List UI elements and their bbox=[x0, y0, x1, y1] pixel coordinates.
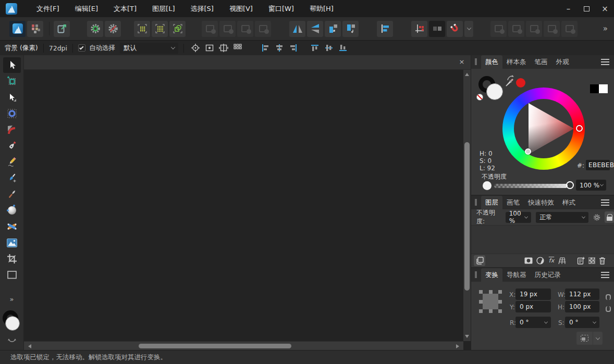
node-tool[interactable] bbox=[3, 90, 21, 105]
insert-behavior-toggle[interactable] bbox=[429, 21, 445, 37]
scroll-left-arrow-icon[interactable] bbox=[28, 344, 31, 348]
align-right-button[interactable] bbox=[287, 42, 300, 54]
point-transform-tool[interactable] bbox=[3, 106, 21, 121]
panel-menu-icon[interactable] bbox=[601, 272, 609, 278]
place-image-tool[interactable] bbox=[3, 235, 21, 250]
export-persona-button[interactable] bbox=[54, 21, 70, 37]
layer-options-button[interactable] bbox=[474, 255, 485, 266]
scroll-up-arrow-icon[interactable] bbox=[465, 73, 469, 76]
scroll-right-arrow-icon[interactable] bbox=[456, 344, 459, 348]
shear-dropdown[interactable]: 0 ° bbox=[565, 317, 599, 328]
layers-list[interactable] bbox=[471, 225, 614, 254]
move-tool[interactable] bbox=[3, 57, 21, 73]
h-field[interactable]: 100 px bbox=[565, 301, 599, 312]
canvas-viewport[interactable] bbox=[24, 70, 463, 341]
opacity-slider-start-knob[interactable] bbox=[483, 181, 492, 190]
pen-tool[interactable] bbox=[3, 138, 21, 154]
magnet-dropdown-button[interactable] bbox=[464, 21, 473, 37]
vertical-scrollbar[interactable] bbox=[463, 70, 471, 341]
horizontal-scroll-thumb[interactable] bbox=[139, 344, 291, 348]
fill-color-circle[interactable] bbox=[486, 83, 503, 100]
menu-edit[interactable]: 编辑[E] bbox=[67, 0, 106, 17]
opacity-slider-handle[interactable] bbox=[566, 181, 574, 189]
adjustment-layer-button[interactable] bbox=[534, 255, 546, 266]
pixel-persona-button[interactable] bbox=[27, 21, 43, 37]
flip-vertical-button[interactable] bbox=[307, 21, 323, 37]
sculpt-tool[interactable] bbox=[3, 186, 21, 202]
alignment-button[interactable] bbox=[377, 21, 393, 37]
designer-persona-button[interactable] bbox=[9, 21, 26, 37]
toolbar-overflow-button[interactable]: » bbox=[603, 24, 608, 33]
snap-to-pixels-button[interactable] bbox=[152, 21, 168, 37]
tab-brushes[interactable]: 画笔 bbox=[502, 196, 524, 209]
mask-layer-button[interactable] bbox=[523, 255, 534, 266]
black-white-swatch[interactable] bbox=[590, 84, 608, 93]
tab-styles[interactable]: 样式 bbox=[558, 196, 580, 209]
add-pixel-layer-button[interactable] bbox=[586, 255, 597, 266]
opacity-value-dropdown[interactable]: 100 % bbox=[576, 180, 606, 191]
tab-transform[interactable]: 变换 bbox=[481, 268, 502, 282]
blend-options-gear-icon[interactable] bbox=[593, 214, 600, 221]
menu-help[interactable]: 帮助[H] bbox=[302, 0, 341, 17]
no-color-swatch[interactable] bbox=[476, 94, 483, 101]
y-field[interactable]: 0 px bbox=[515, 301, 551, 312]
add-layer-button[interactable] bbox=[575, 255, 586, 266]
vertical-scroll-thumb[interactable] bbox=[464, 142, 470, 291]
transform-objects-button[interactable] bbox=[217, 42, 230, 54]
panel-menu-icon[interactable] bbox=[601, 199, 609, 206]
lock-layer-button[interactable] bbox=[605, 211, 614, 223]
vector-brush-tool[interactable] bbox=[3, 170, 21, 186]
close-document-button[interactable]: × bbox=[458, 58, 466, 66]
w-field[interactable]: 112 px bbox=[565, 288, 599, 300]
align-top-button[interactable] bbox=[309, 42, 322, 54]
crop-tool[interactable] bbox=[3, 251, 21, 267]
panel-grip-icon[interactable] bbox=[475, 271, 477, 278]
grid-manager-button[interactable] bbox=[411, 21, 427, 37]
tools-overflow-button[interactable]: » bbox=[10, 295, 14, 303]
opacity-slider-track[interactable] bbox=[494, 184, 568, 188]
auto-select-dropdown[interactable]: 默认 bbox=[120, 43, 178, 54]
flip-horizontal-button[interactable] bbox=[289, 21, 305, 37]
align-bottom-button[interactable] bbox=[337, 42, 350, 54]
auto-select-checkbox[interactable] bbox=[78, 44, 85, 52]
transparency-tool[interactable] bbox=[3, 219, 21, 234]
rotate-ccw-button[interactable] bbox=[325, 21, 341, 37]
tab-layers[interactable]: 图层 bbox=[481, 196, 502, 209]
show-handles-button[interactable] bbox=[231, 42, 244, 54]
anchor-point-selector[interactable] bbox=[479, 290, 502, 313]
panel-grip-icon[interactable] bbox=[475, 58, 477, 65]
layer-opacity-dropdown[interactable]: 100 % bbox=[506, 212, 532, 223]
rotation-dropdown[interactable]: 0 ° bbox=[515, 317, 551, 328]
x-field[interactable]: 19 px bbox=[515, 288, 551, 300]
pencil-tool[interactable] bbox=[3, 154, 21, 170]
horizontal-scrollbar[interactable] bbox=[24, 341, 463, 350]
tab-color[interactable]: 颜色 bbox=[481, 55, 502, 69]
panel-menu-icon[interactable] bbox=[601, 59, 609, 65]
rotate-cw-button[interactable] bbox=[342, 21, 359, 37]
rectangle-tool[interactable] bbox=[3, 267, 21, 283]
align-center-button[interactable] bbox=[273, 42, 286, 54]
edit-selection-box-button[interactable] bbox=[203, 42, 216, 54]
swap-colors-icon[interactable] bbox=[7, 338, 17, 344]
menu-layer[interactable]: 图层[L] bbox=[144, 0, 182, 17]
cycle-selection-button[interactable] bbox=[189, 42, 202, 54]
corner-tool[interactable] bbox=[3, 122, 21, 137]
delete-layer-button[interactable] bbox=[596, 255, 608, 266]
eyedropper-icon[interactable] bbox=[501, 76, 516, 91]
link-dimensions-toggle[interactable] bbox=[605, 294, 611, 312]
blend-mode-dropdown[interactable]: 正常 bbox=[536, 212, 588, 223]
tab-swatches[interactable]: 样本条 bbox=[502, 55, 531, 69]
saturation-lightness-marker[interactable] bbox=[525, 148, 531, 155]
hue-marker[interactable] bbox=[576, 125, 583, 132]
menu-view[interactable]: 视图[V] bbox=[222, 0, 261, 17]
fill-stroke-wells[interactable] bbox=[2, 310, 22, 337]
menu-select[interactable]: 选择[S] bbox=[182, 0, 221, 17]
transform-mode-button[interactable] bbox=[576, 332, 593, 345]
transform-mode-dropdown[interactable] bbox=[593, 332, 603, 345]
scroll-down-arrow-icon[interactable] bbox=[465, 335, 469, 338]
maximize-button[interactable] bbox=[578, 0, 596, 17]
menu-text[interactable]: 文本[T] bbox=[106, 0, 144, 17]
fill-color-well[interactable] bbox=[5, 316, 20, 331]
snap-to-grid-button[interactable] bbox=[134, 21, 150, 37]
layer-effects-button[interactable]: fx bbox=[546, 255, 557, 266]
